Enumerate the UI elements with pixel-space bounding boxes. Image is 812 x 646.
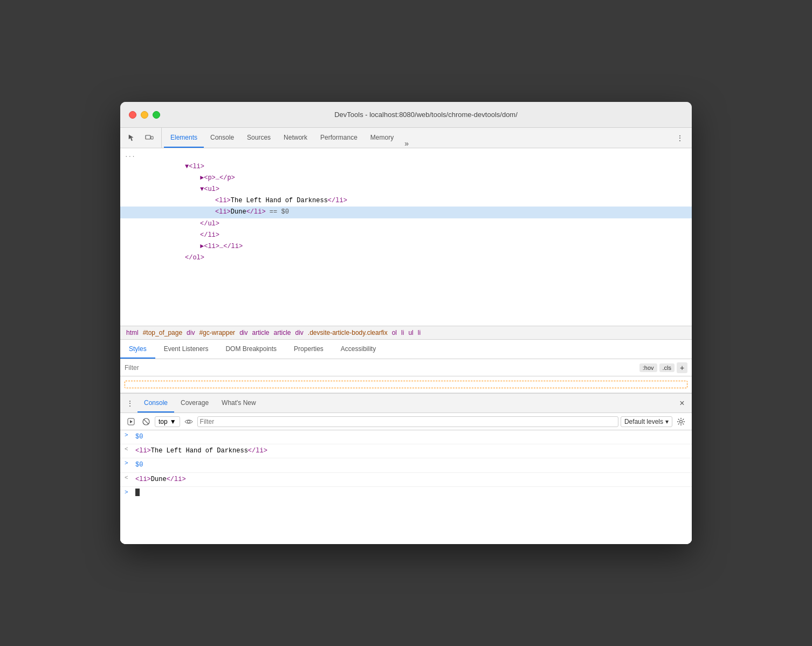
dom-line[interactable]: </li>: [120, 230, 692, 241]
dom-line[interactable]: </ol>: [120, 252, 692, 264]
svg-rect-0: [146, 135, 150, 139]
dom-line-selected[interactable]: <li>Dune</li> == $0: [120, 207, 692, 218]
clear-log-button[interactable]: [140, 415, 153, 428]
traffic-lights: [129, 111, 160, 119]
tag-li-dune: <li>Dune</li>: [215, 207, 266, 217]
dom-line[interactable]: <li>The Left Hand of Darkness</li>: [120, 195, 692, 207]
title-bar: DevTools - localhost:8080/web/tools/chro…: [120, 102, 692, 128]
svg-point-6: [187, 420, 190, 423]
default-levels-label: Default levels: [624, 418, 663, 425]
more-tabs-button[interactable]: »: [400, 139, 413, 148]
breadcrumb-html[interactable]: html: [125, 328, 140, 337]
breadcrumb-ol[interactable]: ol: [390, 328, 398, 337]
dom-line[interactable]: ►<p>…</p>: [120, 173, 692, 184]
tag-ul-open: ▼<ul>: [200, 184, 219, 195]
svg-line-5: [144, 419, 148, 423]
tab-dom-breakpoints[interactable]: DOM Breakpoints: [217, 340, 285, 359]
console-entry: > $0: [120, 430, 692, 444]
context-arrow: ▼: [170, 418, 176, 425]
breadcrumb-ul[interactable]: ul: [407, 328, 415, 337]
dom-panel[interactable]: ... ▼<li> ►<p>…</p> ▼<ul> <li>The Left H…: [120, 148, 692, 326]
tab-network[interactable]: Network: [277, 128, 314, 148]
console-content[interactable]: > $0 < <li>The Left Hand of Darkness</li…: [120, 430, 692, 544]
settings-button[interactable]: [675, 415, 687, 428]
console-result-1: <li>The Left Hand of Darkness</li>: [135, 446, 687, 456]
console-filter-input[interactable]: [197, 416, 618, 427]
dom-ellipsis: ...: [120, 150, 692, 161]
tab-coverage[interactable]: Coverage: [174, 394, 215, 413]
breadcrumb-div2[interactable]: div: [238, 328, 249, 337]
close-drawer-button[interactable]: ×: [675, 396, 690, 411]
device-toggle-button[interactable]: [142, 130, 157, 146]
dom-line[interactable]: ►<li>…</li>: [120, 241, 692, 252]
cursor-icon: [128, 134, 136, 142]
tab-performance[interactable]: Performance: [314, 128, 364, 148]
tab-console-drawer[interactable]: Console: [137, 394, 174, 413]
console-entry: < <li>The Left Hand of Darkness</li>: [120, 444, 692, 458]
run-button[interactable]: [125, 415, 137, 428]
tab-whats-new[interactable]: What's New: [215, 394, 263, 413]
tab-sources[interactable]: Sources: [240, 128, 277, 148]
tab-styles[interactable]: Styles: [120, 340, 155, 359]
dom-line[interactable]: ▼<ul>: [120, 184, 692, 195]
style-dashed-line: [125, 381, 687, 388]
inspect-element-button[interactable]: [125, 130, 140, 146]
console-panel: ⋮ Console Coverage What's New ×: [120, 393, 692, 544]
breadcrumb-li2[interactable]: li: [416, 328, 422, 337]
breadcrumb-article2[interactable]: article: [272, 328, 292, 337]
console-input-line[interactable]: >: [120, 487, 692, 498]
main-tabs: Elements Console Sources Network Perform…: [162, 128, 415, 148]
add-style-button[interactable]: +: [677, 362, 687, 373]
breadcrumb-top-of-page[interactable]: #top_of_page: [141, 328, 184, 337]
hov-button[interactable]: :hov: [639, 363, 657, 372]
eye-button[interactable]: [182, 415, 195, 428]
svg-point-7: [680, 420, 683, 423]
breadcrumb: html #top_of_page div #gc-wrapper div ar…: [120, 326, 692, 340]
devtools-menu-button[interactable]: ⋮: [672, 130, 687, 146]
styles-filter-input[interactable]: [125, 364, 639, 372]
tag-ol-close: </ol>: [185, 253, 204, 263]
breadcrumb-li1[interactable]: li: [400, 328, 405, 337]
toolbar-end: ⋮: [672, 130, 692, 146]
tag-li-close: </li>: [200, 230, 219, 240]
tag-li-ellipsis: ►<li>…</li>: [200, 242, 243, 252]
cls-button[interactable]: .cls: [659, 363, 675, 372]
dom-line[interactable]: ▼<li>: [120, 161, 692, 173]
tab-accessibility[interactable]: Accessibility: [332, 340, 384, 359]
tab-properties[interactable]: Properties: [285, 340, 332, 359]
context-value: top: [159, 418, 168, 425]
tag-li-text1: <li>The Left Hand of Darkness</li>: [215, 196, 347, 206]
tab-console[interactable]: Console: [204, 128, 240, 148]
console-toolbar: top ▼ Default levels ▾: [120, 413, 692, 430]
close-button[interactable]: [129, 111, 136, 119]
tab-elements[interactable]: Elements: [164, 128, 204, 148]
breadcrumb-div3[interactable]: div: [294, 328, 305, 337]
window-title: DevTools - localhost:8080/web/tools/chro…: [169, 111, 683, 119]
minimize-button[interactable]: [141, 111, 148, 119]
console-input-arrow-2: >: [125, 460, 133, 466]
breadcrumb-gc-wrapper[interactable]: #gc-wrapper: [197, 328, 237, 337]
style-dashed-area: [120, 376, 692, 393]
breadcrumb-div1[interactable]: div: [185, 328, 196, 337]
devtools-window: DevTools - localhost:8080/web/tools/chro…: [120, 102, 692, 544]
styles-tabs: Styles Event Listeners DOM Breakpoints P…: [120, 340, 692, 359]
breadcrumb-devsite-class[interactable]: .devsite-article-body.clearfix: [306, 328, 389, 337]
dollar-zero-indicator: == $0: [266, 207, 289, 217]
console-more-button[interactable]: ⋮: [122, 396, 137, 411]
breadcrumb-article1[interactable]: article: [250, 328, 271, 337]
console-cursor: [135, 489, 140, 496]
context-selector[interactable]: top ▼: [155, 416, 180, 427]
default-levels-button[interactable]: Default levels ▾: [621, 416, 672, 427]
console-result-2: <li>Dune</li>: [135, 475, 687, 485]
devtools-container: Elements Console Sources Network Perform…: [120, 128, 692, 544]
gear-icon: [677, 417, 685, 426]
tag-ul-close: </ul>: [200, 219, 219, 229]
maximize-button[interactable]: [153, 111, 160, 119]
block-icon: [142, 418, 150, 425]
dom-line[interactable]: </ul>: [120, 218, 692, 230]
console-tabs: ⋮ Console Coverage What's New ×: [120, 394, 692, 413]
device-icon: [145, 134, 154, 142]
tab-event-listeners[interactable]: Event Listeners: [155, 340, 217, 359]
top-toolbar: Elements Console Sources Network Perform…: [120, 128, 692, 148]
tab-memory[interactable]: Memory: [364, 128, 400, 148]
